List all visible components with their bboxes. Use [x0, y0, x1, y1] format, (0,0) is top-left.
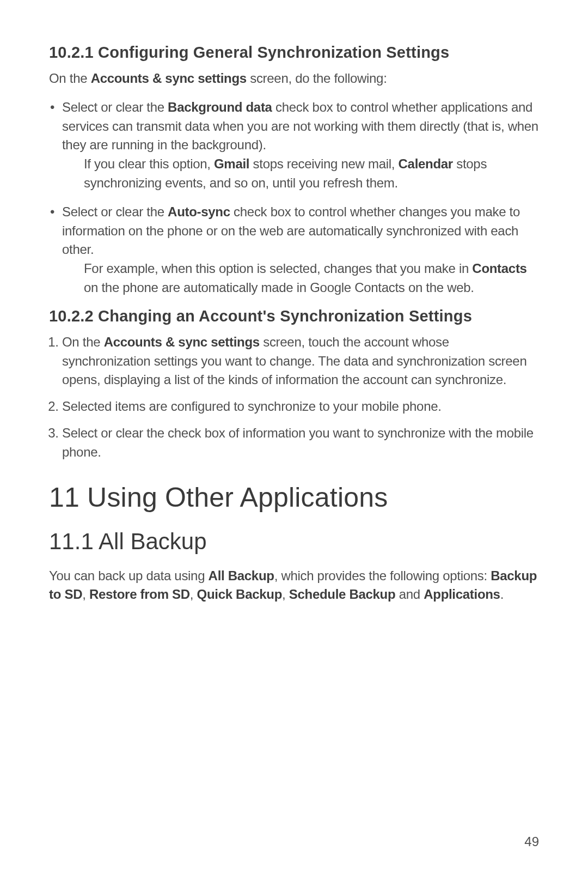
text-run: .	[500, 587, 504, 601]
text-run: and	[395, 587, 424, 601]
heading-11: 11 Using Other Applications	[49, 482, 539, 513]
bold-run: Schedule Backup	[289, 587, 396, 601]
bold-run: Calendar	[399, 156, 453, 171]
text-run: On the	[49, 71, 91, 86]
paragraph-intro-10-2-1: On the Accounts & sync settings screen, …	[49, 69, 539, 88]
bold-run: Accounts & sync settings	[104, 335, 260, 349]
ordered-list-10-2-2: On the Accounts & sync settings screen, …	[49, 333, 539, 462]
note-paragraph: For example, when this option is selecte…	[84, 259, 539, 297]
bold-run: Accounts & sync settings	[91, 71, 247, 86]
page-number: 49	[524, 834, 539, 849]
text-run: ,	[190, 587, 197, 601]
bullet-item: Select or clear the Background data chec…	[62, 98, 539, 193]
text-run: ,	[282, 587, 289, 601]
text-run: You can back up data using	[49, 568, 209, 583]
text-run: For example, when this option is selecte…	[84, 261, 472, 276]
text-run: stops receiving new mail,	[249, 156, 398, 171]
heading-11-1: 11.1 All Backup	[49, 528, 539, 555]
text-run: screen, do the following:	[247, 71, 387, 86]
text-run: On the	[62, 335, 104, 349]
bullet-item: Select or clear the Auto-sync check box …	[62, 203, 539, 297]
step-item: On the Accounts & sync settings screen, …	[62, 333, 539, 390]
text-run: on the phone are automatically made in G…	[84, 280, 474, 295]
paragraph-11-1: You can back up data using All Backup, w…	[49, 567, 539, 605]
step-item: Select or clear the check box of informa…	[62, 424, 539, 462]
bold-run: Contacts	[472, 261, 526, 276]
text-run: ,	[82, 587, 89, 601]
bold-run: Background data	[168, 100, 272, 114]
bold-run: Restore from SD	[89, 587, 190, 601]
heading-10-2-2: 10.2.2 Changing an Account's Synchroniza…	[49, 307, 539, 325]
note-paragraph: If you clear this option, Gmail stops re…	[84, 155, 539, 193]
bold-run: All Backup	[209, 568, 274, 583]
heading-10-2-1: 10.2.1 Configuring General Synchronizati…	[49, 44, 539, 62]
bold-run: Auto-sync	[168, 204, 230, 219]
text-run: Select or clear the	[62, 100, 168, 114]
bold-run: Applications	[424, 587, 500, 601]
text-run: , which provides the following options:	[274, 568, 491, 583]
text-run: If you clear this option,	[84, 156, 214, 171]
step-item: Selected items are configured to synchro…	[62, 397, 539, 416]
document-page: 10.2.1 Configuring General Synchronizati…	[0, 0, 588, 881]
bullet-list-10-2-1: Select or clear the Background data chec…	[49, 98, 539, 297]
text-run: Select or clear the	[62, 204, 168, 219]
bold-run: Quick Backup	[197, 587, 282, 601]
bold-run: Gmail	[214, 156, 249, 171]
